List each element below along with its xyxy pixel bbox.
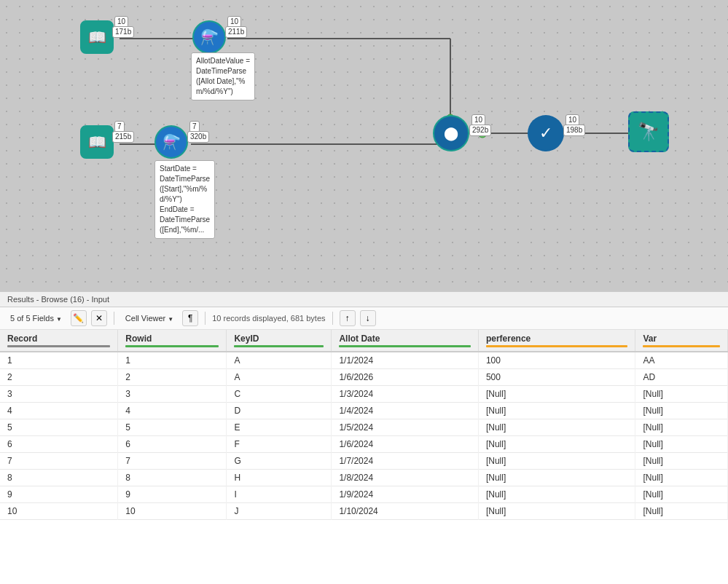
table-cell: H	[227, 470, 332, 486]
data-table-container[interactable]: Record Rowid KeyID Allot Date	[0, 330, 728, 570]
table-cell: 2	[118, 369, 227, 386]
table-cell: [Null]	[635, 386, 728, 403]
table-cell: [Null]	[635, 403, 728, 419]
table-cell: [Null]	[635, 419, 728, 436]
table-cell: 1/6/2026	[332, 369, 479, 386]
table-row: 66F1/6/2024[Null][Null]	[0, 436, 728, 453]
table-cell: 6	[0, 436, 118, 453]
table-cell: 8	[0, 470, 118, 486]
node-formula2[interactable]: ⚗️	[154, 125, 188, 159]
table-cell: E	[227, 419, 332, 436]
table-cell: 1/9/2024	[332, 486, 479, 503]
tooltip-formula2: StartDate =DateTimeParse([Start],"%m/%d/…	[154, 160, 215, 239]
table-cell: G	[227, 453, 332, 470]
table-row: 55E1/5/2024[Null][Null]	[0, 419, 728, 436]
table-cell: 1	[118, 352, 227, 369]
table-cell: 1/10/2024	[332, 503, 479, 520]
table-cell: 3	[0, 386, 118, 403]
table-cell: 10	[0, 503, 118, 520]
format-button[interactable]: ¶	[182, 310, 198, 326]
table-body: 11A1/1/2024100AA22A1/6/2026500AD33C1/3/2…	[0, 352, 728, 520]
col-header-allotdate[interactable]: Allot Date	[332, 330, 479, 352]
node-input2[interactable]: 📖	[80, 125, 114, 159]
data-table: Record Rowid KeyID Allot Date	[0, 330, 728, 520]
table-cell: 9	[118, 486, 227, 503]
table-row: 33C1/3/2024[Null][Null]	[0, 386, 728, 403]
scroll-up-button[interactable]: ↑	[340, 310, 356, 326]
node-formula1[interactable]: ⚗️	[192, 20, 226, 54]
table-cell: [Null]	[478, 436, 635, 453]
table-cell: 5	[118, 419, 227, 436]
cell-viewer-dropdown[interactable]: Cell Viewer	[121, 312, 178, 325]
panel-header-text: Results - Browse (16) - Input	[7, 295, 109, 304]
badge-filter-bot: 198b	[563, 125, 585, 136]
table-cell: [Null]	[478, 419, 635, 436]
table-row: 77G1/7/2024[Null][Null]	[0, 453, 728, 470]
table-cell: [Null]	[635, 470, 728, 486]
fields-chevron-icon	[56, 314, 62, 323]
records-info: 10 records displayed, 681 bytes	[212, 314, 325, 323]
node-browse-result[interactable]: 🔭	[628, 111, 669, 152]
col-header-keyid[interactable]: KeyID	[227, 330, 332, 352]
tooltip-formula1: AllotDateValue =DateTimeParse([Allot Dat…	[191, 52, 255, 100]
fields-dropdown[interactable]: 5 of 5 Fields	[6, 312, 66, 325]
table-row: 22A1/6/2026500AD	[0, 369, 728, 386]
table-row: 88H1/8/2024[Null][Null]	[0, 470, 728, 486]
table-row: 99I1/9/2024[Null][Null]	[0, 486, 728, 503]
col-header-perference[interactable]: perference	[478, 330, 635, 352]
badge-formula2-bot: 320b	[187, 131, 209, 143]
table-cell: 1/3/2024	[332, 386, 479, 403]
cell-viewer-chevron-icon	[168, 314, 173, 323]
table-cell: 4	[0, 403, 118, 419]
table-cell: 9	[0, 486, 118, 503]
table-cell: 8	[118, 470, 227, 486]
col-header-record[interactable]: Record	[0, 330, 118, 352]
table-cell: [Null]	[478, 503, 635, 520]
workflow-canvas: + 📖 10 171b ⚗️ 10 211b AllotDateValue =D…	[0, 0, 728, 291]
table-cell: AD	[635, 369, 728, 386]
table-cell: 4	[118, 403, 227, 419]
table-cell: [Null]	[478, 486, 635, 503]
badge-formula1-bot: 211b	[225, 26, 247, 38]
table-cell: J	[227, 503, 332, 520]
table-cell: 1/4/2024	[332, 403, 479, 419]
node-join[interactable]: ⬤	[433, 115, 469, 151]
table-cell: 500	[478, 369, 635, 386]
table-cell: 100	[478, 352, 635, 369]
badge-input2-bot: 215b	[112, 131, 134, 143]
badge-join-bot: 292b	[469, 125, 491, 136]
table-cell: D	[227, 403, 332, 419]
table-cell: 1	[0, 352, 118, 369]
table-cell: 1/1/2024	[332, 352, 479, 369]
cell-viewer-label: Cell Viewer	[125, 314, 165, 323]
table-cell: [Null]	[635, 486, 728, 503]
table-cell: 5	[0, 419, 118, 436]
fields-label: 5 of 5 Fields	[10, 314, 54, 323]
col-header-rowid[interactable]: Rowid	[118, 330, 227, 352]
table-cell: [Null]	[478, 403, 635, 419]
table-cell: C	[227, 386, 332, 403]
table-cell: 2	[0, 369, 118, 386]
separator2	[205, 312, 206, 325]
close-fields-button[interactable]: ✕	[91, 310, 107, 326]
table-cell: F	[227, 436, 332, 453]
table-row: 11A1/1/2024100AA	[0, 352, 728, 369]
table-cell: 1/7/2024	[332, 453, 479, 470]
table-cell: [Null]	[478, 470, 635, 486]
edit-button[interactable]: ✏️	[71, 310, 87, 326]
table-cell: 1/8/2024	[332, 470, 479, 486]
scroll-down-button[interactable]: ↓	[360, 310, 376, 326]
node-input1[interactable]: 📖	[80, 20, 114, 54]
table-cell: [Null]	[635, 453, 728, 470]
table-cell: I	[227, 486, 332, 503]
table-cell: AA	[635, 352, 728, 369]
separator1	[114, 312, 114, 325]
node-filter[interactable]: ✓	[528, 115, 564, 151]
table-cell: [Null]	[478, 453, 635, 470]
separator3	[332, 312, 333, 325]
col-header-var[interactable]: Var	[635, 330, 728, 352]
table-cell: 1/6/2024	[332, 436, 479, 453]
panel-header: Results - Browse (16) - Input	[0, 292, 728, 307]
table-cell: [Null]	[478, 386, 635, 403]
bottom-panel: Results - Browse (16) - Input 5 of 5 Fie…	[0, 291, 728, 584]
